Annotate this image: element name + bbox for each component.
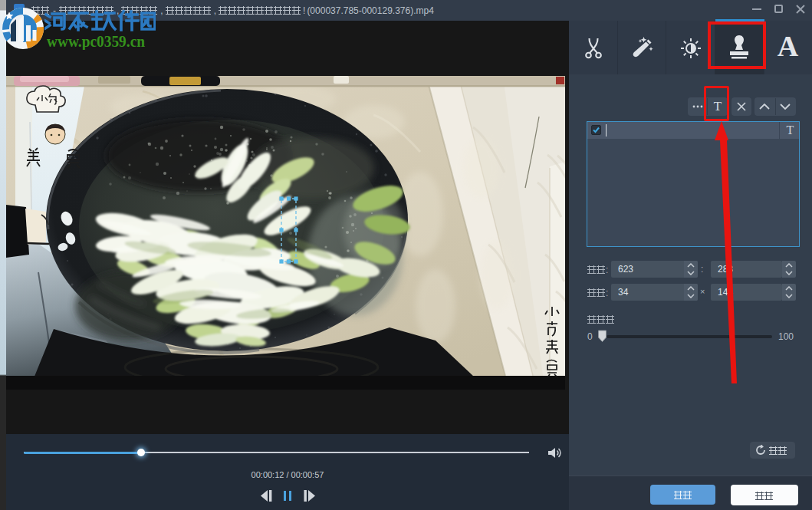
svg-text:www.pc0359.cn: www.pc0359.cn (47, 33, 145, 50)
